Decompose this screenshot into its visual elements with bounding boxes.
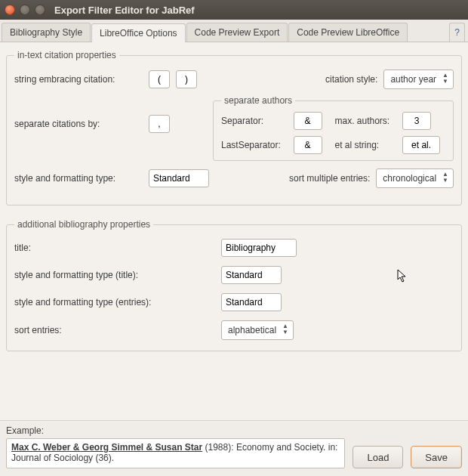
label-example: Example: — [6, 425, 462, 436]
input-style-title[interactable] — [221, 266, 282, 284]
label-separate-citations: separate citations by: — [14, 119, 143, 129]
group-intext-citation: in-text citation properties string embra… — [6, 50, 462, 206]
tab-bar: Bibliography Style LibreOffice Options C… — [0, 20, 468, 42]
label-style-entries: style and formatting type (entries): — [14, 297, 211, 308]
label-citation-style: citation style: — [325, 74, 377, 85]
input-title[interactable] — [221, 239, 297, 257]
close-icon[interactable] — [5, 5, 15, 15]
legend-additional: additional bibliography properties — [14, 219, 153, 230]
group-separate-authors: separate authors Separator: max. authors… — [213, 95, 454, 161]
load-button[interactable]: Load — [353, 446, 403, 468]
titlebar: Export Filter Editor for JabRef — [0, 0, 468, 20]
input-etal[interactable] — [402, 136, 440, 154]
input-max-authors[interactable] — [402, 112, 431, 130]
label-embracing: string embracing citation: — [14, 74, 143, 85]
label-title: title: — [14, 243, 211, 253]
input-separate-citations[interactable] — [149, 115, 170, 133]
input-last-separator[interactable] — [294, 136, 322, 154]
chevron-updown-icon: ▲▼ — [441, 172, 450, 184]
minimize-icon[interactable] — [20, 5, 30, 15]
tab-code-preview-libreoffice[interactable]: Code Preview LibreOffice — [288, 23, 408, 42]
label-style-title: style and formatting type (title): — [14, 270, 211, 280]
chevron-updown-icon: ▲▼ — [281, 324, 290, 336]
example-preview: Max C. Weber & Georg Simmel & Susan Star… — [6, 438, 345, 468]
select-citation-style[interactable]: author year ▲▼ — [383, 70, 454, 89]
window-title: Export Filter Editor for JabRef — [54, 5, 195, 16]
maximize-icon[interactable] — [35, 5, 45, 15]
label-max-authors: max. authors: — [335, 116, 396, 126]
tab-code-preview-export[interactable]: Code Preview Export — [186, 23, 288, 42]
example-authors: Max C. Weber & Georg Simmel & Susan Star — [11, 442, 202, 453]
input-embracing-close[interactable] — [176, 70, 197, 88]
group-additional-bibliography: additional bibliography properties title… — [6, 219, 462, 351]
label-etal: et al string: — [335, 140, 396, 150]
input-style-entries[interactable] — [221, 293, 282, 311]
legend-separate-authors: separate authors — [221, 95, 295, 106]
input-separator[interactable] — [294, 112, 322, 130]
save-button[interactable]: Save — [411, 446, 462, 468]
tab-libreoffice-options[interactable]: LibreOffice Options — [91, 23, 186, 42]
input-embracing-open[interactable] — [149, 70, 170, 88]
label-style-type: style and formatting type: — [14, 173, 143, 184]
label-last-separator: LastSeparator: — [221, 140, 286, 150]
select-sort-entries[interactable]: alphabetical ▲▼ — [221, 320, 294, 340]
bottom-bar: Example: Max C. Weber & Georg Simmel & S… — [0, 420, 468, 476]
input-style-type[interactable] — [149, 169, 209, 187]
help-button[interactable]: ? — [449, 23, 465, 42]
label-separator: Separator: — [221, 116, 286, 126]
tab-bibliography-style[interactable]: Bibliography Style — [2, 23, 91, 42]
legend-intext: in-text citation properties — [14, 50, 119, 60]
chevron-updown-icon: ▲▼ — [441, 73, 450, 85]
label-sort-entries: sort entries: — [14, 325, 211, 335]
select-sort-multiple[interactable]: chronological ▲▼ — [376, 168, 454, 188]
label-sort-multiple: sort multiple entries: — [289, 173, 370, 184]
